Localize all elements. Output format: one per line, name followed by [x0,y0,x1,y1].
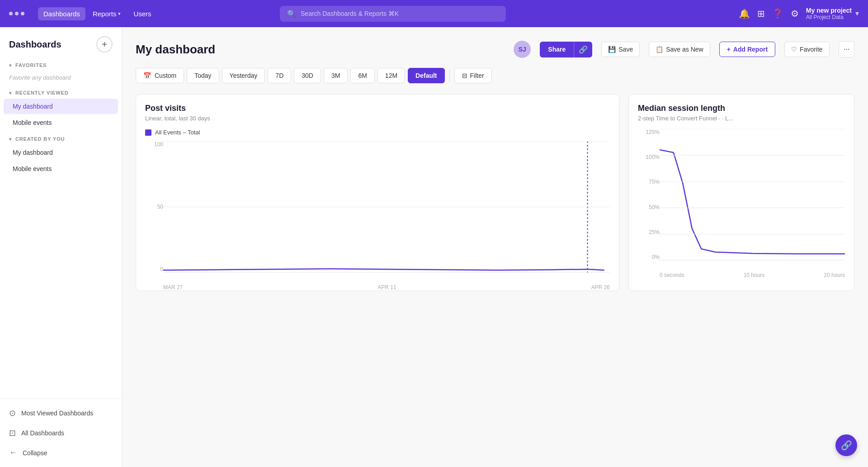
share-link-icon[interactable]: 🔗 [574,42,592,57]
floating-link-button[interactable]: 🔗 [835,434,857,456]
search-icon: 🔍 [287,10,296,18]
grid-icon[interactable]: ⊞ [757,8,765,19]
filter-today[interactable]: Today [187,68,219,83]
calendar-icon: 📅 [143,72,151,79]
most-viewed-label: Most Viewed Dashboards [21,410,93,417]
plus-icon: + [727,46,731,53]
more-options-button[interactable]: ··· [839,41,854,57]
logo-dot-1 [9,12,13,15]
help-icon[interactable]: ❓ [772,8,783,19]
add-report-button[interactable]: + Add Report [719,42,775,57]
logo[interactable] [9,12,24,15]
share-button[interactable]: Share [540,42,574,57]
y-label-50: 50 [145,204,163,210]
dashboard-title: My dashboard [136,43,505,57]
topnav-links: Dashboards Reports ▾ Users [38,7,157,20]
sidebar-section-favorites[interactable]: ▾ FAVORITES [0,57,122,71]
filter-7d[interactable]: 7D [268,68,291,83]
chart-2-area: 125% 100% 75% 50% 25% 0% [638,129,845,278]
all-dashboards[interactable]: ⊡ All Dashboards [0,423,122,443]
filter-12m[interactable]: 12M [377,68,405,83]
legend-dot-1 [145,129,151,136]
grid-small-icon: ⊡ [9,428,16,438]
collapse-label: Collapse [23,449,47,457]
favorites-empty: Favorite any dashboard [0,71,122,85]
sidebar: Dashboards + ▾ FAVORITES Favorite any da… [0,27,122,467]
copy-icon: 📋 [656,46,663,53]
all-dashboards-label: All Dashboards [21,429,64,437]
project-sub: All Project Data [806,14,852,20]
chart-2-x-axis: 0 seconds 10 hours 20 hours [660,272,845,278]
chart-1-area: 100 50 0 [145,141,610,291]
logo-dot-2 [15,12,19,15]
nav-reports[interactable]: Reports ▾ [87,7,127,20]
search-bar[interactable]: 🔍 Search Dashboards & Reports ⌘K [280,6,506,22]
logo-dot-3 [21,12,24,15]
chart-2-title: Median session length [638,104,845,113]
x-label-apr26: APR 26 [591,284,610,291]
avatar: SJ [514,41,531,58]
y-label-25: 25% [638,229,660,235]
chevron-down-icon: ▾ [9,63,12,68]
filter-3m[interactable]: 3M [324,68,348,83]
y-label-125: 125% [638,129,660,135]
x-label-20h: 20 hours [824,272,845,278]
x-label-10h: 10 hours [744,272,765,278]
sidebar-header: Dashboards + [0,27,122,57]
settings-icon[interactable]: ⚙ [791,8,799,19]
filter-divider [449,69,450,82]
collapse-sidebar[interactable]: ← Collapse [0,443,122,462]
add-dashboard-button[interactable]: + [96,36,113,52]
most-viewed-dashboards[interactable]: ⊙ Most Viewed Dashboards [0,403,122,423]
filter-custom[interactable]: 📅 Custom [136,68,184,83]
chart-2-plot [660,129,845,260]
sidebar-footer: ⊙ Most Viewed Dashboards ⊡ All Dashboard… [0,398,122,467]
chart-1-plot [163,141,610,272]
x-label-0s: 0 seconds [660,272,684,278]
save-icon: 💾 [608,46,616,53]
y-label-0: 0% [638,254,660,260]
main-content: My dashboard SJ Share 🔗 💾 Save 📋 Save as… [122,27,868,467]
save-as-new-button[interactable]: 📋 Save as New [649,42,710,57]
sidebar-item-my-dashboard[interactable]: My dashboard [4,99,118,114]
x-label-apr11: APR 11 [377,284,396,291]
sidebar-item-created-my-dashboard[interactable]: My dashboard [4,145,118,160]
sidebar-section-created-by-you[interactable]: ▾ CREATED BY YOU [0,131,122,144]
sidebar-item-created-mobile-events[interactable]: Mobile events [4,161,118,176]
nav-dashboards[interactable]: Dashboards [38,7,85,20]
charts-grid: Post visits Linear, total, last 30 days … [136,94,854,291]
filter-yesterday[interactable]: Yesterday [222,68,265,83]
link-icon: 🔗 [841,440,852,451]
y-label-100: 100 [145,141,163,148]
filter-6m[interactable]: 6M [350,68,374,83]
chevron-down-icon: ▾ [855,9,859,18]
chart-1-title: Post visits [145,104,610,113]
project-switcher[interactable]: My new project All Project Data ▾ [806,7,859,21]
nav-users[interactable]: Users [128,7,156,20]
sidebar-section-recently-viewed[interactable]: ▾ RECENTLY VIEWED [0,85,122,98]
chevron-down-icon: ▾ [9,91,12,95]
chevron-down-icon: ▾ [118,11,121,17]
chart-1-subtitle: Linear, total, last 30 days [145,115,610,122]
circle-icon: ⊙ [9,408,16,418]
post-visits-chart: Post visits Linear, total, last 30 days … [136,94,619,291]
y-label-75: 75% [638,179,660,185]
chart-1-y-axis: 100 50 0 [145,141,163,272]
filter-default[interactable]: Default [408,68,444,83]
y-label-0: 0 [145,266,163,272]
legend-label-1: All Events – Total [155,129,200,136]
sidebar-item-mobile-events[interactable]: Mobile events [4,115,118,130]
topnav: Dashboards Reports ▾ Users 🔍 Search Dash… [0,0,868,27]
notifications-icon[interactable]: 🔔 [739,8,750,19]
chart-1-legend: All Events – Total [145,129,610,136]
filter-button[interactable]: ⊟ Filter [454,68,492,83]
save-button[interactable]: 💾 Save [601,42,640,57]
filter-30d[interactable]: 30D [294,68,321,83]
filter-bar: 📅 Custom Today Yesterday 7D 30D 3M 6M 12… [136,68,854,83]
filter-icon: ⊟ [462,72,467,79]
favorites-label: FAVORITES [15,62,47,68]
topnav-right: 🔔 ⊞ ❓ ⚙ My new project All Project Data … [739,7,859,21]
chart-2-svg [660,129,845,260]
favorite-button[interactable]: ♡ Favorite [784,42,830,57]
dashboard-header: My dashboard SJ Share 🔗 💾 Save 📋 Save as… [136,41,854,58]
